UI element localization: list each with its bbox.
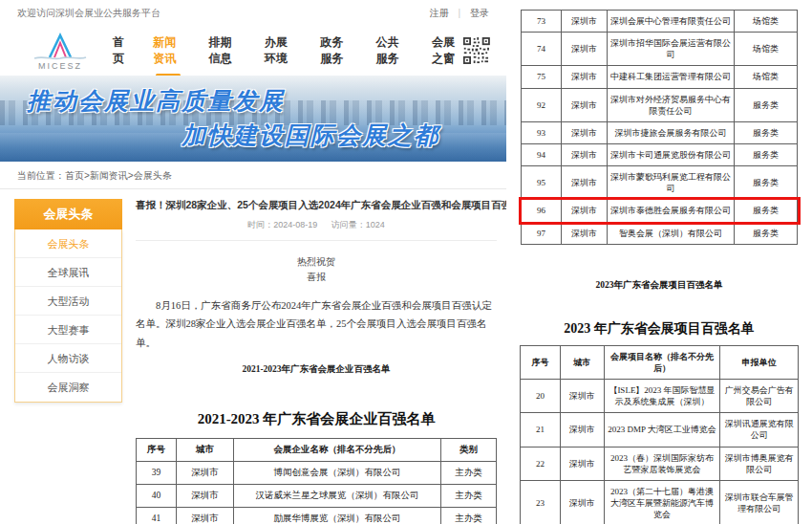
content-area: 会展头条 会展头条全球展讯大型活动大型赛事人物访谈会展洞察 喜报！深圳28家企业…	[0, 189, 506, 524]
sidebar: 会展头条 会展头条全球展讯大型活动大型赛事人物访谈会展洞察	[14, 199, 122, 403]
site-panel: 欢迎访问深圳会展业公共服务平台 注册 | 登录 MICESZ 首页新闻资讯排期信…	[0, 0, 506, 524]
column-header: 序号	[137, 439, 177, 462]
project-list-caption: 2023年广东省会展项目百强名单	[506, 279, 812, 292]
breadcrumb-path[interactable]: 首页>新闻资讯>会展头条	[65, 170, 172, 181]
breadcrumb-prefix: 当前位置：	[17, 170, 65, 181]
table-row: 97深圳市智奥会展（深圳）有限公司服务类	[522, 222, 798, 244]
table-cell: 深圳市	[562, 200, 608, 222]
table-cell: 服务类	[735, 143, 798, 165]
sidebar-item-大型活动[interactable]: 大型活动	[15, 287, 121, 316]
nav-item-政务服务[interactable]: 政务服务	[320, 29, 351, 73]
banner-slogan-line2: 加快建设国际会展之都	[182, 120, 439, 151]
table-cell: 93	[522, 121, 562, 143]
table-cell: 智奥会展（深圳）有限公司	[608, 222, 735, 244]
congrats-line2: 喜报	[136, 270, 497, 285]
table-row: 93深圳市深圳市捷旅会展服务有限公司服务类	[522, 121, 798, 143]
table-row: 74深圳市深圳市招华国际会展运营有限公司场馆类	[522, 33, 798, 66]
table-cell: 主办类	[441, 462, 497, 485]
article-subheading: 2021-2023年广东省会展企业百强名单	[136, 363, 497, 376]
auth-divider: |	[458, 8, 460, 18]
project-table-title: 2023 年广东省会展项目百强名单	[506, 320, 812, 338]
table-cell: 39	[137, 462, 177, 485]
table-cell: 92	[522, 88, 562, 121]
column-header: 会展项目名称（排名不分先后）	[604, 345, 720, 379]
table-row: 39深圳市博闻创意会展（深圳）有限公司主办类	[137, 462, 497, 485]
table-row: 40深圳市汉诺威米兰星之球展览（深圳）有限公司主办类	[137, 484, 497, 507]
main-nav: MICESZ 首页新闻资讯排期信息办展环境政务服务公共服务会展之窗	[0, 26, 506, 76]
column-header: 申报单位	[720, 345, 799, 379]
table-row: 75深圳市中建科工集团运营管理有限公司场馆类	[522, 66, 798, 88]
congrats-line1: 热烈祝贺	[136, 254, 497, 270]
qr-code-icon	[462, 33, 491, 69]
nav-item-新闻资讯[interactable]: 新闻资讯	[153, 29, 183, 73]
table-cell: 41	[137, 507, 177, 524]
top-bar: 欢迎访问深圳会展业公共服务平台 注册 | 登录	[0, 0, 506, 26]
table-cell: 场馆类	[735, 33, 798, 66]
nav-item-公共服务[interactable]: 公共服务	[376, 29, 407, 73]
table-cell: 21	[521, 413, 561, 447]
nav-item-会展之窗[interactable]: 会展之窗	[432, 29, 462, 73]
breadcrumb: 当前位置：首页>新闻资讯>会展头条	[0, 162, 506, 189]
table-cell: 40	[137, 484, 177, 507]
site-logo[interactable]: MICESZ	[29, 31, 92, 71]
table-cell: 94	[522, 143, 562, 165]
column-header: 城市	[177, 439, 234, 462]
sidebar-item-会展洞察[interactable]: 会展洞察	[15, 373, 121, 402]
table-header-row: 序号城市会展企业名称（排名不分先后）类别	[137, 439, 497, 462]
nav-item-排期信息[interactable]: 排期信息	[209, 29, 240, 73]
table-cell: 95	[522, 166, 562, 200]
table-cell: 深圳市	[560, 480, 604, 524]
sidebar-item-人物访谈[interactable]: 人物访谈	[15, 344, 121, 373]
table-cell: 2023 DMP 大湾区工业博览会	[604, 413, 720, 447]
table-cell: 服务类	[735, 200, 798, 222]
table-cell: 深圳市	[177, 462, 234, 485]
table-cell: 深圳市	[562, 33, 608, 66]
table-cell: 75	[522, 66, 562, 88]
article-time: 时间：2024-08-19	[247, 220, 317, 229]
table-cell: 深圳市	[562, 11, 608, 33]
table-row: 20深圳市【ISLE】2023 年国际智慧显示及系统集成展（深圳）广州交易会广告…	[521, 379, 799, 412]
column-header: 序号	[521, 345, 561, 379]
table-cell: 深圳市泰德胜会展服务有限公司	[608, 200, 735, 222]
table-cell: 博闻创意会展（深圳）有限公司	[234, 462, 441, 485]
table-row: 23深圳市2023（第二十七届）粤港澳大湾区车展暨新能源汽车博览会深圳市联合车展…	[521, 480, 799, 524]
congrats-block: 热烈祝贺 喜报	[136, 254, 497, 285]
table-cell: 主办类	[441, 507, 497, 524]
table-cell: 深圳市蒙歌玛利展览工程有限公司	[608, 166, 735, 200]
table-row: 41深圳市励展华博展览（深圳）有限公司主办类	[137, 507, 497, 524]
table-cell: 深圳市	[560, 447, 604, 480]
table-cell: 励展华博展览（深圳）有限公司	[234, 507, 441, 524]
table-cell: 深圳市	[562, 88, 608, 121]
table-cell: 深圳市	[562, 222, 608, 244]
sidebar-item-全球展讯[interactable]: 全球展讯	[15, 258, 121, 287]
sidebar-header: 会展头条	[14, 199, 122, 229]
table-cell: 服务类	[735, 121, 798, 143]
column-header: 会展企业名称（排名不分先后）	[234, 439, 441, 462]
table-cell: 中建科工集团运营管理有限公司	[608, 66, 735, 88]
login-link[interactable]: 登录	[470, 7, 489, 20]
table-cell: 主办类	[441, 484, 497, 507]
sidebar-item-会展头条[interactable]: 会展头条	[15, 229, 121, 258]
enterprise-table-continued: 73深圳市深圳会展中心管理有限责任公司场馆类74深圳市深圳市招华国际会展运营有限…	[521, 10, 798, 245]
logo-arch-icon	[29, 31, 92, 63]
table-cell: 深圳市	[560, 379, 604, 412]
table-cell: 73	[522, 11, 562, 33]
table-cell: 服务类	[735, 88, 798, 121]
nav-item-首页[interactable]: 首页	[113, 29, 128, 73]
hero-banner: 推动会展业高质量发展 加快建设国际会展之都	[0, 76, 506, 162]
table-cell: 场馆类	[735, 11, 798, 33]
table-row: 95深圳市深圳市蒙歌玛利展览工程有限公司服务类	[522, 166, 798, 200]
table-cell: 广州交易会广告有限公司	[720, 379, 799, 412]
column-header: 城市	[560, 345, 604, 379]
nav-item-办展环境[interactable]: 办展环境	[265, 29, 295, 73]
sidebar-item-大型赛事[interactable]: 大型赛事	[15, 316, 121, 344]
table-cell: 23	[521, 480, 561, 524]
table-cell: 74	[522, 33, 562, 66]
sidebar-menu: 会展头条全球展讯大型活动大型赛事人物访谈会展洞察	[14, 229, 122, 403]
enterprise-table: 序号城市会展企业名称（排名不分先后）类别39深圳市博闻创意会展（深圳）有限公司主…	[136, 438, 497, 524]
table-cell: 96	[522, 200, 562, 222]
register-link[interactable]: 注册	[429, 7, 448, 20]
highlighted-table-row: 96深圳市深圳市泰德胜会展服务有限公司服务类	[522, 200, 798, 222]
table-cell: 97	[522, 222, 562, 244]
table-cell: 深圳市卡司通展览股份有限公司	[608, 143, 735, 165]
